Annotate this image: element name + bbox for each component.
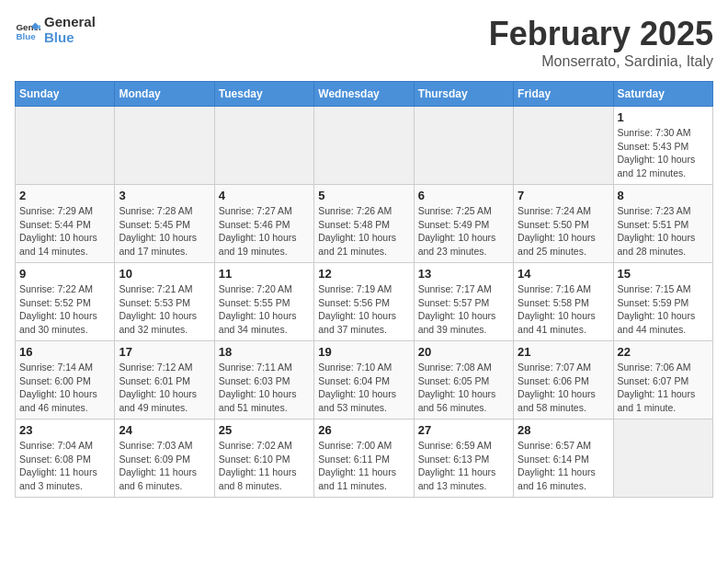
logo-general: General [44,15,96,30]
day-info: Sunrise: 7:28 AM Sunset: 5:45 PM Dayligh… [119,204,210,259]
day-info: Sunrise: 7:12 AM Sunset: 6:01 PM Dayligh… [119,361,210,415]
day-number: 1 [618,110,709,124]
calendar-week-3: 9Sunrise: 7:22 AM Sunset: 5:52 PM Daylig… [16,263,713,341]
weekday-header-saturday: Saturday [613,82,712,107]
day-info: Sunrise: 7:26 AM Sunset: 5:48 PM Dayligh… [318,204,409,259]
day-number: 24 [119,423,210,437]
month-title: February 2025 [489,15,713,53]
calendar-cell: 9Sunrise: 7:22 AM Sunset: 5:52 PM Daylig… [16,263,115,341]
day-info: Sunrise: 7:22 AM Sunset: 5:52 PM Dayligh… [19,282,110,337]
day-number: 28 [518,423,609,437]
day-number: 27 [418,423,509,437]
calendar-cell: 20Sunrise: 7:08 AM Sunset: 6:05 PM Dayli… [414,341,513,419]
calendar-cell [613,419,712,498]
calendar-cell: 27Sunrise: 6:59 AM Sunset: 6:13 PM Dayli… [414,419,513,498]
weekday-header-wednesday: Wednesday [314,82,414,107]
calendar-cell: 18Sunrise: 7:11 AM Sunset: 6:03 PM Dayli… [214,341,313,419]
day-info: Sunrise: 7:17 AM Sunset: 5:57 PM Dayligh… [418,282,509,337]
calendar-cell [414,107,513,185]
day-number: 7 [518,189,609,202]
calendar-cell: 1Sunrise: 7:30 AM Sunset: 5:43 PM Daylig… [613,107,712,185]
day-info: Sunrise: 7:25 AM Sunset: 5:49 PM Dayligh… [418,204,509,259]
calendar-cell: 14Sunrise: 7:16 AM Sunset: 5:58 PM Dayli… [514,263,613,341]
day-info: Sunrise: 7:06 AM Sunset: 6:07 PM Dayligh… [618,361,709,415]
day-number: 8 [618,189,709,202]
day-number: 20 [418,345,509,359]
calendar-week-1: 1Sunrise: 7:30 AM Sunset: 5:43 PM Daylig… [16,107,713,185]
day-number: 26 [318,423,409,437]
day-info: Sunrise: 7:14 AM Sunset: 6:00 PM Dayligh… [19,361,110,415]
svg-text:Blue: Blue [16,30,36,40]
calendar-cell [214,107,313,185]
day-number: 5 [318,189,409,202]
day-number: 22 [618,345,709,359]
day-info: Sunrise: 7:20 AM Sunset: 5:55 PM Dayligh… [219,282,310,337]
day-number: 11 [219,267,310,281]
logo: General Blue General Blue [15,15,96,45]
day-info: Sunrise: 7:04 AM Sunset: 6:08 PM Dayligh… [19,439,110,493]
calendar-cell: 5Sunrise: 7:26 AM Sunset: 5:48 PM Daylig… [314,185,414,263]
calendar-cell: 25Sunrise: 7:02 AM Sunset: 6:10 PM Dayli… [214,419,313,498]
calendar-cell: 3Sunrise: 7:28 AM Sunset: 5:45 PM Daylig… [115,185,214,263]
calendar-cell: 28Sunrise: 6:57 AM Sunset: 6:14 PM Dayli… [514,419,613,498]
location-title: Monserrato, Sardinia, Italy [489,53,713,70]
day-info: Sunrise: 6:57 AM Sunset: 6:14 PM Dayligh… [518,439,609,493]
day-number: 2 [19,189,110,202]
calendar-cell: 11Sunrise: 7:20 AM Sunset: 5:55 PM Dayli… [214,263,313,341]
day-info: Sunrise: 7:24 AM Sunset: 5:50 PM Dayligh… [518,204,609,259]
calendar-cell: 15Sunrise: 7:15 AM Sunset: 5:59 PM Dayli… [613,263,712,341]
day-info: Sunrise: 7:15 AM Sunset: 5:59 PM Dayligh… [618,282,709,337]
calendar-cell: 7Sunrise: 7:24 AM Sunset: 5:50 PM Daylig… [514,185,613,263]
calendar-cell [115,107,214,185]
day-number: 6 [418,189,509,202]
day-number: 4 [219,189,310,202]
day-info: Sunrise: 7:19 AM Sunset: 5:56 PM Dayligh… [318,282,409,337]
day-info: Sunrise: 7:16 AM Sunset: 5:58 PM Dayligh… [518,282,609,337]
day-number: 3 [119,189,210,202]
day-info: Sunrise: 7:03 AM Sunset: 6:09 PM Dayligh… [119,439,210,493]
calendar-cell: 22Sunrise: 7:06 AM Sunset: 6:07 PM Dayli… [613,341,712,419]
calendar-cell: 26Sunrise: 7:00 AM Sunset: 6:11 PM Dayli… [314,419,414,498]
weekday-header-sunday: Sunday [16,82,115,107]
calendar-cell: 8Sunrise: 7:23 AM Sunset: 5:51 PM Daylig… [613,185,712,263]
calendar-header: SundayMondayTuesdayWednesdayThursdayFrid… [16,82,713,107]
day-number: 9 [19,267,110,281]
calendar-cell: 19Sunrise: 7:10 AM Sunset: 6:04 PM Dayli… [314,341,414,419]
calendar-cell: 21Sunrise: 7:07 AM Sunset: 6:06 PM Dayli… [514,341,613,419]
day-number: 12 [318,267,409,281]
logo-icon: General Blue [15,17,40,43]
day-number: 15 [618,267,709,281]
calendar: SundayMondayTuesdayWednesdayThursdayFrid… [15,81,713,498]
day-number: 19 [318,345,409,359]
day-info: Sunrise: 7:00 AM Sunset: 6:11 PM Dayligh… [318,439,409,493]
calendar-cell [314,107,414,185]
day-info: Sunrise: 7:10 AM Sunset: 6:04 PM Dayligh… [318,361,409,415]
calendar-cell: 6Sunrise: 7:25 AM Sunset: 5:49 PM Daylig… [414,185,513,263]
calendar-cell: 17Sunrise: 7:12 AM Sunset: 6:01 PM Dayli… [115,341,214,419]
day-info: Sunrise: 7:30 AM Sunset: 5:43 PM Dayligh… [618,126,709,180]
weekday-header-tuesday: Tuesday [214,82,313,107]
calendar-cell: 24Sunrise: 7:03 AM Sunset: 6:09 PM Dayli… [115,419,214,498]
day-number: 10 [119,267,210,281]
day-number: 17 [119,345,210,359]
calendar-cell: 16Sunrise: 7:14 AM Sunset: 6:00 PM Dayli… [16,341,115,419]
calendar-cell: 4Sunrise: 7:27 AM Sunset: 5:46 PM Daylig… [214,185,313,263]
calendar-cell: 2Sunrise: 7:29 AM Sunset: 5:44 PM Daylig… [16,185,115,263]
day-number: 21 [518,345,609,359]
calendar-cell [16,107,115,185]
weekday-header-thursday: Thursday [414,82,513,107]
day-info: Sunrise: 7:23 AM Sunset: 5:51 PM Dayligh… [618,204,709,259]
calendar-week-4: 16Sunrise: 7:14 AM Sunset: 6:00 PM Dayli… [16,341,713,419]
day-info: Sunrise: 7:27 AM Sunset: 5:46 PM Dayligh… [219,204,310,259]
day-info: Sunrise: 7:02 AM Sunset: 6:10 PM Dayligh… [219,439,310,493]
header-area: General Blue General Blue February 2025 … [15,15,713,70]
day-info: Sunrise: 7:07 AM Sunset: 6:06 PM Dayligh… [518,361,609,415]
day-number: 16 [19,345,110,359]
title-area: February 2025 Monserrato, Sardinia, Ital… [489,15,713,70]
calendar-week-5: 23Sunrise: 7:04 AM Sunset: 6:08 PM Dayli… [16,419,713,498]
day-info: Sunrise: 7:29 AM Sunset: 5:44 PM Dayligh… [19,204,110,259]
day-info: Sunrise: 6:59 AM Sunset: 6:13 PM Dayligh… [418,439,509,493]
svg-marker-3 [38,25,40,29]
calendar-cell: 23Sunrise: 7:04 AM Sunset: 6:08 PM Dayli… [16,419,115,498]
day-number: 13 [418,267,509,281]
